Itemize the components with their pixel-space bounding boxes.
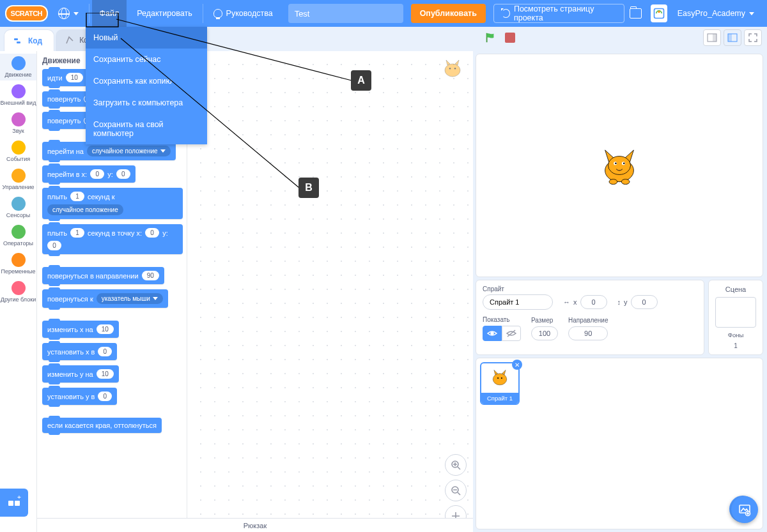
extensions-button[interactable]: + — [0, 489, 28, 517]
chevron-down-icon — [160, 149, 166, 153]
zoom-out-button[interactable] — [445, 480, 467, 501]
zoom-in-button[interactable] — [445, 454, 467, 476]
block-input[interactable]: 0 — [98, 347, 112, 356]
svg-point-20 — [621, 179, 630, 185]
sprite-x-input[interactable]: 0 — [580, 295, 607, 309]
stage-full-button[interactable] — [744, 29, 762, 46]
block-change-x[interactable]: изменить x на10 — [42, 321, 119, 338]
file-menu-new[interactable]: Новый — [86, 27, 207, 49]
block-input[interactable]: 10 — [66, 73, 83, 82]
category-looks[interactable]: Внешний вид — [0, 82, 36, 109]
block-input[interactable]: 0 — [90, 169, 104, 179]
category-selector: Движение Внешний вид Звук События Управл… — [0, 51, 37, 532]
svg-rect-5 — [713, 34, 717, 42]
category-events[interactable]: События — [0, 138, 36, 165]
sprite-info-panel: Спрайт ↔x0 ↕y0 Показать Разме — [476, 280, 704, 355]
svg-point-23 — [497, 377, 499, 379]
block-input[interactable]: 90 — [142, 271, 159, 280]
scratch-logo[interactable]: SCRATCH — [5, 5, 48, 22]
category-operators[interactable]: Операторы — [0, 222, 36, 249]
sprite-list: ✕ Спрайт 1 — [476, 358, 763, 529]
category-variables[interactable]: Переменные — [0, 250, 36, 277]
block-set-y[interactable]: установить y в0 — [42, 388, 117, 405]
block-point-direction[interactable]: повернуться в направлении90 — [42, 267, 164, 284]
block-change-y[interactable]: изменить y на10 — [42, 365, 119, 383]
block-input[interactable]: 10 — [97, 324, 114, 334]
add-backdrop-button[interactable] — [731, 496, 758, 523]
block-input[interactable]: 0 — [116, 169, 130, 179]
language-picker[interactable] — [50, 0, 86, 27]
sprite-y-input[interactable]: 0 — [631, 295, 658, 309]
hide-sprite-button[interactable] — [502, 326, 521, 341]
tutorials-button[interactable]: Руководства — [206, 0, 281, 27]
sprite-tile-name: Спрайт 1 — [481, 393, 518, 404]
tutorials-label: Руководства — [226, 9, 273, 18]
category-label: Звук — [12, 128, 24, 134]
events-dot-icon — [12, 141, 26, 155]
block-input[interactable]: 0 — [145, 228, 159, 238]
backpack-header[interactable]: Рюкзак — [37, 518, 473, 532]
mystuff-icon[interactable] — [630, 8, 642, 19]
stage-small-button[interactable] — [703, 29, 721, 46]
sprite-direction-input[interactable]: 90 — [568, 326, 608, 340]
project-name-input[interactable] — [288, 4, 403, 23]
block-dropdown[interactable]: указатель мыши — [97, 293, 163, 304]
block-glide-xy[interactable]: плыть1секунд в точку x:0y:0 — [42, 224, 183, 254]
svg-point-19 — [609, 179, 617, 185]
account-menu[interactable]: EasyPro_Academy — [670, 0, 762, 27]
stop-icon[interactable] — [505, 33, 515, 43]
size-label: Размер — [531, 317, 558, 324]
block-input[interactable]: 1 — [70, 228, 84, 238]
arrows-h-icon: ↔ — [563, 298, 570, 306]
block-dropdown[interactable]: случайное положение — [47, 204, 123, 215]
block-input[interactable]: 1 — [70, 192, 84, 201]
user-avatar[interactable] — [651, 4, 667, 22]
category-control[interactable]: Управление — [0, 166, 36, 193]
chevron-down-icon — [153, 297, 158, 300]
edit-menu-button[interactable]: Редактировать — [129, 0, 199, 27]
svg-rect-31 — [15, 501, 20, 506]
sprite-size-input[interactable]: 100 — [531, 326, 558, 340]
file-menu-download[interactable]: Сохранить на свой компьютер — [86, 114, 207, 144]
annotation-b: B — [298, 178, 319, 198]
file-menu-load[interactable]: Загрузить с компьютера — [86, 92, 207, 114]
delete-sprite-icon[interactable]: ✕ — [512, 360, 522, 370]
block-bounce[interactable]: если касается края, оттолкнуться — [42, 418, 162, 433]
project-page-button[interactable]: Посмотреть страницу проекта — [493, 4, 624, 23]
sprite-tile[interactable]: ✕ Спрайт 1 — [480, 362, 520, 405]
block-set-x[interactable]: установить x в0 — [42, 343, 117, 360]
stage-thumbnail[interactable] — [715, 297, 756, 328]
green-flag-icon[interactable] — [484, 32, 496, 43]
svg-rect-30 — [8, 501, 13, 506]
category-label: Управление — [2, 184, 34, 190]
category-motion[interactable]: Движение — [0, 54, 36, 80]
block-input[interactable]: 10 — [97, 369, 114, 379]
block-goto-xy[interactable]: перейти в x:0y:0 — [42, 165, 136, 183]
file-menu-save-copy[interactable]: Сохранить как копию — [86, 70, 207, 92]
category-myblocks[interactable]: Другие блоки — [0, 278, 36, 305]
stage[interactable] — [476, 54, 763, 277]
show-sprite-button[interactable] — [483, 326, 502, 341]
block-dropdown[interactable]: случайное положение — [87, 146, 171, 156]
workspace[interactable] — [187, 51, 473, 532]
tab-code[interactable]: Код — [4, 29, 54, 51]
direction-label: Направление — [568, 317, 608, 324]
block-input[interactable]: 0 — [47, 241, 61, 250]
svg-point-14 — [608, 156, 630, 175]
category-sound[interactable]: Звук — [0, 110, 36, 137]
sprite-name-input[interactable] — [483, 294, 553, 310]
block-goto-menu[interactable]: перейти наслучайное положение — [42, 142, 176, 160]
publish-button[interactable]: Опубликовать — [411, 4, 486, 23]
stage-large-button[interactable] — [724, 29, 741, 46]
block-glide-menu[interactable]: плыть1секунд кслучайное положение — [42, 188, 183, 219]
stage-selector[interactable]: Сцена Фоны 1 — [708, 280, 763, 355]
file-menu-save-now[interactable]: Сохранить сейчас — [86, 49, 207, 70]
right-panel: Спрайт ↔x0 ↕y0 Показать Разме — [473, 51, 767, 532]
file-menu-button[interactable]: Файл — [92, 0, 127, 27]
sprite-label: Спрайт — [483, 285, 697, 293]
block-point-towards[interactable]: повернуться куказатель мыши — [42, 289, 168, 308]
arrows-v-icon: ↕ — [617, 298, 621, 306]
block-input[interactable]: 0 — [98, 391, 112, 401]
category-sensing[interactable]: Сенсоры — [0, 194, 36, 221]
chevron-down-icon — [74, 12, 79, 15]
